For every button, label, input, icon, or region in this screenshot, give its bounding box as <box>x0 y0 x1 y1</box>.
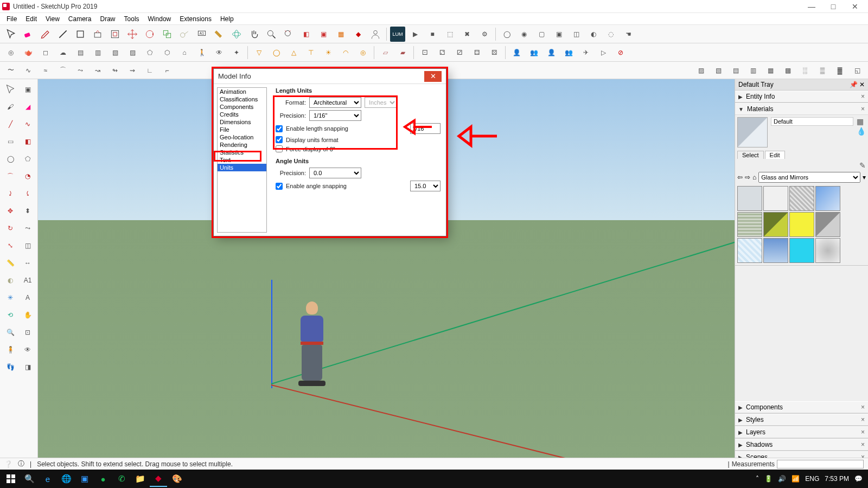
tool-dimension-icon[interactable]: ↔ <box>20 255 36 271</box>
category-animation[interactable]: Animation <box>218 88 266 95</box>
tape-tool-icon[interactable] <box>177 27 192 42</box>
pan-tool-icon[interactable] <box>246 27 261 42</box>
solid-union-icon[interactable]: ◯ <box>499 27 514 42</box>
curve-5-icon[interactable]: ⤳ <box>73 63 88 78</box>
tool-arc-icon[interactable]: ⌒ <box>2 168 18 184</box>
start-button[interactable] <box>2 471 20 487</box>
hatch-9-icon[interactable]: ▓ <box>832 63 847 78</box>
display-units-checkbox[interactable] <box>276 136 283 143</box>
category-dimensions[interactable]: Dimensions <box>218 118 266 126</box>
materials-tab-select[interactable]: Select <box>737 151 764 159</box>
angle-icon[interactable]: ∟ <box>142 63 157 78</box>
category-statistics[interactable]: Statistics <box>218 149 266 156</box>
menu-extensions[interactable]: Extensions <box>176 14 215 24</box>
solid-subtract-icon[interactable]: ▢ <box>534 27 549 42</box>
curve-3-icon[interactable]: ≈ <box>38 63 53 78</box>
section-cut-icon[interactable]: ▧ <box>107 45 123 60</box>
lumion-icon[interactable]: LUM <box>390 27 405 42</box>
menu-view[interactable]: View <box>42 14 63 24</box>
style-2-icon[interactable]: ▰ <box>395 45 410 60</box>
angle-snap-value-select[interactable]: 15.0 <box>410 181 441 191</box>
eraser-tool-icon[interactable] <box>21 27 36 42</box>
category-credits[interactable]: Credits <box>218 111 266 118</box>
tool-orbit2-icon[interactable]: ⟲ <box>2 307 18 323</box>
solid-trim-icon[interactable]: ▣ <box>551 27 566 42</box>
material-swatch-1[interactable] <box>763 186 788 211</box>
tool-position-icon[interactable]: 🧍 <box>2 342 18 358</box>
ruby-icon[interactable]: ◆ <box>350 27 366 42</box>
dice-3-icon[interactable]: ⚂ <box>452 45 467 60</box>
hatch-1-icon[interactable]: ▨ <box>693 63 709 78</box>
extension-warehouse-icon[interactable]: ▣ <box>316 27 331 42</box>
component-4-icon[interactable]: 👥 <box>561 45 576 60</box>
curve-4-icon[interactable]: ⌒ <box>55 63 71 78</box>
tool-pushpull2-icon[interactable]: ⬍ <box>20 203 36 219</box>
tool-lookaround-icon[interactable]: 👁 <box>20 342 36 358</box>
menu-file[interactable]: File <box>3 14 20 24</box>
rotate-tool-icon[interactable] <box>142 27 157 42</box>
status-info-icon[interactable]: ⓘ <box>18 459 24 468</box>
whatsapp-icon[interactable]: ✆ <box>113 471 130 487</box>
tool-pie-icon[interactable]: ◔ <box>20 168 36 184</box>
tool-rotrect-icon[interactable]: ◧ <box>20 133 36 150</box>
tool-freehand-icon[interactable]: ∿ <box>20 116 36 132</box>
battery-icon[interactable]: 🔋 <box>764 475 773 483</box>
layout-icon[interactable]: ▦ <box>333 27 348 42</box>
tool-polygon-icon[interactable]: ⬠ <box>20 151 36 167</box>
menu-edit[interactable]: Edit <box>22 14 40 24</box>
sandbox-3-icon[interactable]: △ <box>286 45 301 60</box>
panel-components[interactable]: ▶Components× <box>735 401 868 414</box>
material-home-icon[interactable]: ⌂ <box>752 174 756 181</box>
move-tool-icon[interactable] <box>125 27 140 42</box>
material-swatch-0[interactable] <box>737 186 762 211</box>
cloud-icon[interactable]: ☁ <box>55 45 71 60</box>
dice-2-icon[interactable]: ⚁ <box>435 45 450 60</box>
curve-2-icon[interactable]: ∿ <box>21 63 36 78</box>
tool-component-icon[interactable]: ▣ <box>20 81 36 98</box>
material-swatch-10[interactable] <box>789 238 814 263</box>
flag-icon[interactable]: ▷ <box>596 45 611 60</box>
camera-field-icon[interactable]: ⌂ <box>177 45 192 60</box>
panel-close-icon[interactable]: × <box>861 416 865 423</box>
material-name-field[interactable]: Default <box>771 117 853 126</box>
front-view-icon[interactable]: ◻ <box>38 45 53 60</box>
line-tool-icon[interactable] <box>55 27 71 42</box>
component-1-icon[interactable]: 👤 <box>509 45 524 60</box>
curve-8-icon[interactable]: ⇝ <box>125 63 140 78</box>
material-fwd-icon[interactable]: ⇨ <box>745 174 750 181</box>
solid-outer-icon[interactable]: ◐ <box>586 27 601 42</box>
material-swatch-8[interactable] <box>737 238 762 263</box>
panel-layers[interactable]: ▶Layers× <box>735 426 868 439</box>
dialog-header[interactable]: Model Info ✕ <box>214 69 446 84</box>
settings-icon[interactable]: ⚙ <box>477 27 492 42</box>
xray-icon[interactable]: ◌ <box>603 27 618 42</box>
eyedropper-icon[interactable]: ✎ <box>859 161 866 170</box>
enable-angle-snap-checkbox[interactable] <box>276 183 283 190</box>
clock[interactable]: 7:53 PM <box>825 475 849 483</box>
no-entry-icon[interactable]: ⊘ <box>613 45 628 60</box>
zoom-extents-icon[interactable] <box>281 27 296 42</box>
select-tool-icon[interactable] <box>3 27 18 42</box>
material-dropper-icon[interactable]: 💧 <box>857 127 866 136</box>
panel-entity-info[interactable]: ▶Entity Info× <box>735 91 868 103</box>
walk-icon[interactable]: 🚶 <box>194 45 209 60</box>
dice-4-icon[interactable]: ⚃ <box>469 45 484 60</box>
explorer-icon[interactable]: 📁 <box>131 471 149 487</box>
category-file[interactable]: File <box>218 126 266 133</box>
material-swatch-6[interactable] <box>789 212 814 237</box>
shape-tool-icon[interactable] <box>73 27 88 42</box>
sandbox-4-icon[interactable]: ⊤ <box>303 45 318 60</box>
component-2-icon[interactable]: 👥 <box>526 45 541 60</box>
materials-tab-edit[interactable]: Edit <box>765 151 785 159</box>
cube-icon[interactable]: ◱ <box>850 63 865 78</box>
tool-3parc-icon[interactable]: ⤹ <box>20 185 36 202</box>
menu-window[interactable]: Window <box>145 14 175 24</box>
tool-circle-icon[interactable]: ◯ <box>2 151 18 167</box>
panel-close-icon[interactable]: × <box>861 93 865 100</box>
category-units[interactable]: Units <box>218 164 266 171</box>
hatch-8-icon[interactable]: ▒ <box>815 63 830 78</box>
maximize-button[interactable]: □ <box>822 0 844 13</box>
format-select[interactable]: Architectural <box>309 97 361 108</box>
tool-2parc-icon[interactable]: ⤸ <box>2 185 18 202</box>
interact-icon[interactable]: ☚ <box>621 27 636 42</box>
